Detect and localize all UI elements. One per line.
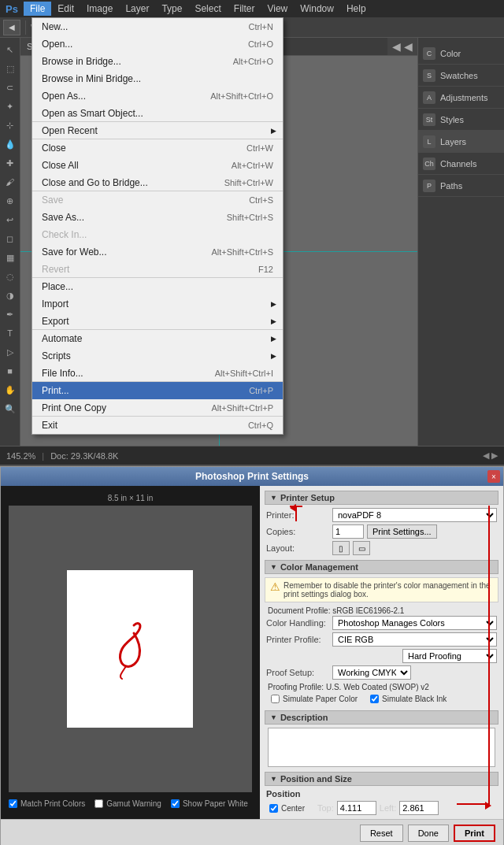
type-tool[interactable]: T <box>2 324 19 342</box>
document-profile-row: Document Profile: sRGB IEC61966-2.1 <box>265 606 498 616</box>
eraser-tool[interactable]: ◻ <box>2 230 19 247</box>
eyedropper-tool[interactable]: 💧 <box>2 135 19 153</box>
landscape-button[interactable]: ▭ <box>353 541 370 555</box>
pen-tool[interactable]: ✒ <box>2 306 19 323</box>
color-panel[interactable]: C Color <box>418 43 504 65</box>
menu-open-recent[interactable]: Open Recent <box>32 122 283 139</box>
reset-button[interactable]: Reset <box>360 825 403 842</box>
color-handling-label: Color Handling: <box>266 618 329 628</box>
menu-automate[interactable]: Automate <box>32 330 283 347</box>
rendering-select[interactable]: Hard Proofing <box>402 649 497 663</box>
menu-export[interactable]: Export <box>32 313 283 330</box>
menu-save-as[interactable]: Save As... Shift+Ctrl+S <box>32 209 283 226</box>
print-preview-panel: 8.5 in × 11 in Match Print Colors <box>1 486 260 819</box>
menu-exit[interactable]: Exit Ctrl+Q <box>32 417 283 434</box>
path-select-tool[interactable]: ▷ <box>2 343 19 361</box>
menu-place[interactable]: Place... <box>32 278 283 295</box>
blur-tool[interactable]: ◌ <box>2 268 19 285</box>
paths-panel[interactable]: P Paths <box>418 175 504 197</box>
top-input[interactable] <box>337 801 376 815</box>
panel-toggle2[interactable]: ◀ <box>404 40 413 53</box>
menu-save-for-web[interactable]: Save for Web... Alt+Shift+Ctrl+S <box>32 243 283 261</box>
menu-type[interactable]: Type <box>155 2 188 16</box>
menu-print[interactable]: Print... Ctrl+P <box>32 382 283 399</box>
menu-window[interactable]: Window <box>294 2 340 16</box>
section-triangle: ▼ <box>270 494 277 502</box>
gradient-tool[interactable]: ▦ <box>2 249 19 266</box>
shape-tool[interactable]: ■ <box>2 362 19 380</box>
simulate-ink-checkbox[interactable]: Simulate Black Ink <box>367 694 450 704</box>
hand-tool[interactable]: ✋ <box>2 381 19 398</box>
zoom-tool[interactable]: 🔍 <box>2 400 19 417</box>
printer-select[interactable]: novaPDF 8 <box>332 508 497 522</box>
styles-panel[interactable]: St Styles <box>418 109 504 131</box>
dialog-footer: Reset Done Print <box>1 819 503 845</box>
panel-toggle[interactable]: ◀ <box>392 40 401 53</box>
preview-paper <box>67 570 193 728</box>
section-triangle-3: ▼ <box>270 713 277 721</box>
magic-wand-tool[interactable]: ✦ <box>2 98 19 115</box>
dodge-tool[interactable]: ◑ <box>2 287 19 304</box>
dialog-close-button[interactable]: × <box>487 470 500 483</box>
menu-open[interactable]: Open... Ctrl+O <box>32 35 283 53</box>
lasso-tool[interactable]: ⊂ <box>2 79 19 96</box>
photoshop-top: Ps File Edit Image Layer Type Select Fil… <box>0 0 504 465</box>
healing-tool[interactable]: ✚ <box>2 154 19 172</box>
menu-file[interactable]: File <box>24 2 51 16</box>
menu-print-one-copy[interactable]: Print One Copy Alt+Shift+Ctrl+P <box>32 399 283 417</box>
menu-save[interactable]: Save Ctrl+S <box>32 191 283 209</box>
menu-edit[interactable]: Edit <box>51 2 80 16</box>
print-settings-button[interactable]: Print Settings... <box>367 524 437 539</box>
tool-options-btn[interactable]: ◀ <box>3 20 20 35</box>
menu-browse-bridge[interactable]: Browse in Bridge... Alt+Ctrl+O <box>32 53 283 70</box>
menu-close-all[interactable]: Close All Alt+Ctrl+W <box>32 157 283 174</box>
menu-file-info[interactable]: File Info... Alt+Shift+Ctrl+I <box>32 365 283 382</box>
menu-help[interactable]: Help <box>340 2 372 16</box>
print-button[interactable]: Print <box>454 825 495 842</box>
description-area <box>268 728 495 767</box>
brush-tool[interactable]: 🖌 <box>2 173 19 191</box>
move-tool[interactable]: ↖ <box>2 41 19 58</box>
menu-open-as[interactable]: Open As... Alt+Shift+Ctrl+O <box>32 87 283 105</box>
portrait-button[interactable]: ▯ <box>332 541 350 555</box>
menu-new[interactable]: New... Ctrl+N <box>32 18 283 35</box>
printer-profile-select[interactable]: CIE RGB <box>332 632 497 647</box>
menu-close-go-bridge[interactable]: Close and Go to Bridge... Shift+Ctrl+W <box>32 174 283 191</box>
channels-panel[interactable]: Ch Channels <box>418 153 504 175</box>
menu-close[interactable]: Close Ctrl+W <box>32 139 283 157</box>
crop-tool[interactable]: ⊹ <box>2 117 19 134</box>
swatches-icon: S <box>423 69 435 82</box>
menu-revert[interactable]: Revert F12 <box>32 261 283 278</box>
color-handling-select[interactable]: Photoshop Manages Colors <box>332 616 497 630</box>
show-paper-white-checkbox[interactable]: Show Paper White <box>171 799 248 808</box>
channels-icon: Ch <box>423 158 435 170</box>
dialog-body: 8.5 in × 11 in Match Print Colors <box>1 486 503 819</box>
copies-input[interactable] <box>332 524 364 539</box>
selection-tool[interactable]: ⬚ <box>2 60 19 77</box>
center-checkbox[interactable]: Center <box>266 803 308 813</box>
menu-import[interactable]: Import <box>32 295 283 313</box>
menu-image[interactable]: Image <box>80 2 119 16</box>
clone-tool[interactable]: ⊕ <box>2 192 19 209</box>
adjustments-panel[interactable]: A Adjustments <box>418 87 504 109</box>
menu-filter[interactable]: Filter <box>228 2 261 16</box>
menu-scripts[interactable]: Scripts <box>32 347 283 365</box>
swatches-panel[interactable]: S Swatches <box>418 65 504 87</box>
menu-view[interactable]: View <box>261 2 294 16</box>
done-button[interactable]: Done <box>408 825 449 842</box>
rendering-row: Hard Proofing <box>265 649 498 663</box>
menu-check-in[interactable]: Check In... <box>32 226 283 243</box>
menu-select[interactable]: Select <box>188 2 227 16</box>
menu-layer[interactable]: Layer <box>119 2 155 16</box>
layers-panel[interactable]: L Layers <box>418 131 504 153</box>
match-print-colors-checkbox[interactable]: Match Print Colors <box>9 799 85 808</box>
history-brush-tool[interactable]: ↩ <box>2 211 19 228</box>
left-input[interactable] <box>399 801 439 815</box>
color-management-section: ▼ Color Management ⚠ Remember to disable… <box>265 560 498 706</box>
simulate-paper-checkbox[interactable]: Simulate Paper Color <box>268 694 361 704</box>
gamut-warning-checkbox[interactable]: Gamut Warning <box>94 799 161 808</box>
menu-open-smart[interactable]: Open as Smart Object... <box>32 105 283 122</box>
menu-browse-mini[interactable]: Browse in Mini Bridge... <box>32 70 283 87</box>
right-panels: C Color S Swatches A Adjustments St Styl… <box>417 38 504 446</box>
proof-setup-select[interactable]: Working CMYK <box>332 665 411 680</box>
